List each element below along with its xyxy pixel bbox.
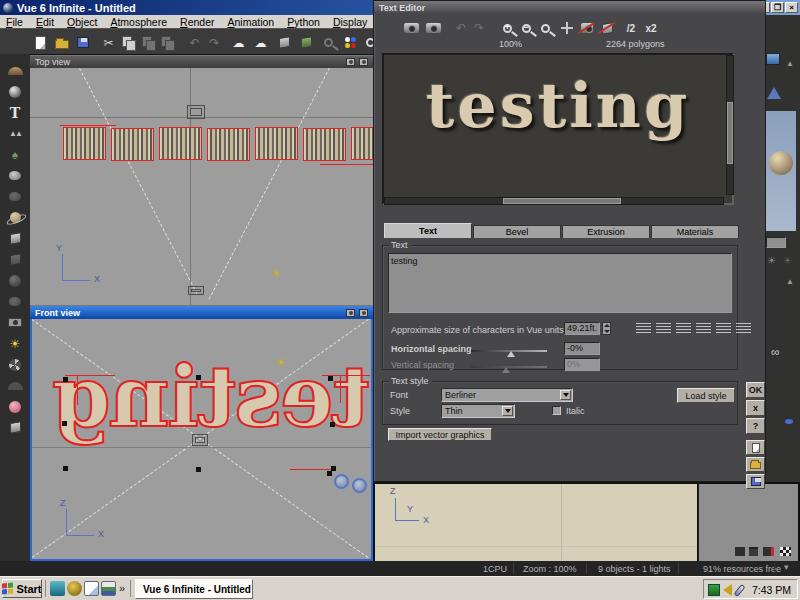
selection-center-box[interactable] — [187, 105, 205, 119]
style-dropdown[interactable]: Thin — [441, 404, 515, 418]
selection-handle[interactable] — [330, 422, 335, 427]
preview-vscrollbar[interactable] — [726, 55, 734, 195]
cancel-button[interactable]: x — [746, 400, 765, 416]
atmosphere-editor-icon[interactable] — [252, 34, 269, 51]
group-tool-icon[interactable] — [4, 270, 26, 291]
zoom-object-icon[interactable] — [536, 20, 554, 36]
copy-icon[interactable] — [120, 34, 137, 51]
quicklaunch-icon-2[interactable] — [67, 581, 82, 596]
link-chain-icon[interactable]: ∞ — [771, 345, 780, 359]
paste-into-icon[interactable] — [159, 34, 176, 51]
task-button-vue[interactable]: Vue 6 Infinite - Untitled — [135, 579, 253, 599]
network-tray-icon[interactable] — [708, 584, 720, 596]
trash-icon[interactable] — [749, 547, 758, 556]
text-letter-outline[interactable] — [63, 127, 106, 160]
quicklaunch-icon-4[interactable] — [101, 581, 116, 596]
clipboard-icon[interactable] — [735, 547, 745, 556]
align-justify-full-icon[interactable] — [736, 323, 751, 334]
zoom-in-icon[interactable]: + — [498, 20, 516, 36]
quicklaunch-icon-1[interactable] — [50, 581, 65, 596]
camera-tool-icon[interactable] — [4, 312, 26, 333]
menu-object[interactable]: Object — [67, 16, 97, 28]
text-preview-canvas[interactable]: testing — [382, 53, 734, 205]
grid-toggle-icon[interactable] — [780, 547, 791, 556]
mirrored-text-object[interactable]: testing — [30, 347, 373, 446]
selection-handle[interactable] — [196, 467, 201, 472]
tab-materials[interactable]: Materials — [651, 225, 739, 238]
collapse-arrow-icon[interactable] — [786, 59, 794, 68]
planet-tool-icon[interactable] — [4, 207, 26, 228]
viewport-zoom-icon[interactable] — [359, 309, 368, 317]
stylus-tray-icon[interactable] — [733, 584, 745, 597]
primitive-sphere-tool-icon[interactable] — [4, 81, 26, 102]
text-letter-outline[interactable] — [111, 128, 154, 161]
render-preview-icon[interactable] — [402, 20, 420, 36]
import-vector-graphics-button[interactable]: Import vector graphics — [388, 428, 492, 441]
text-letter-outline[interactable] — [207, 128, 250, 161]
align-center-icon[interactable] — [676, 323, 691, 334]
selection-handle[interactable] — [62, 421, 67, 426]
double-polygons-button[interactable]: x2 — [642, 20, 660, 36]
selection-handle[interactable] — [327, 471, 332, 476]
redo-icon[interactable] — [206, 34, 223, 51]
top-view-canvas[interactable]: Y X — [30, 68, 373, 305]
import-object-tool-icon[interactable] — [4, 228, 26, 249]
menu-display[interactable]: Display — [333, 16, 367, 28]
center-view-icon[interactable] — [558, 20, 576, 36]
front-view-canvas[interactable]: testing Z X — [30, 319, 373, 561]
camera-object[interactable] — [188, 286, 204, 295]
ok-button[interactable]: OK — [746, 382, 765, 398]
terrain-tool-icon[interactable] — [4, 60, 26, 81]
material-editor-icon[interactable] — [298, 34, 315, 51]
material-sphere-tool-icon[interactable] — [4, 396, 26, 417]
render-preview-options-icon[interactable] — [424, 20, 442, 36]
chevron-down-icon[interactable] — [560, 390, 571, 400]
align-right-icon[interactable] — [656, 323, 671, 334]
boolean-tool-icon[interactable] — [4, 291, 26, 312]
plant-tool-icon[interactable] — [4, 144, 26, 165]
menu-animation[interactable]: Animation — [227, 16, 274, 28]
status-dropdown-icon[interactable] — [784, 562, 789, 572]
align-left-icon[interactable] — [636, 323, 651, 334]
menu-edit[interactable]: Edit — [36, 16, 54, 28]
selection-center-box[interactable] — [192, 434, 208, 446]
italic-checkbox[interactable] — [552, 406, 561, 415]
panel-object-icon[interactable] — [766, 53, 780, 65]
dialog-undo-icon[interactable] — [452, 20, 470, 36]
horizontal-spacing-field[interactable]: -0% — [564, 342, 600, 355]
material-preview-thumbnail[interactable] — [766, 111, 796, 231]
menu-file[interactable]: File — [6, 16, 23, 28]
rotation-gizmo-icon[interactable] — [352, 478, 367, 493]
text-editor-titlebar[interactable]: Text Editor — [374, 1, 765, 14]
align-justify-left-icon[interactable] — [696, 323, 711, 334]
selection-handle[interactable] — [63, 466, 68, 471]
collapse-arrow-icon[interactable] — [786, 277, 794, 286]
start-button[interactable]: Start — [2, 579, 42, 598]
menu-atmosphere[interactable]: Atmosphere — [110, 16, 167, 28]
viewport-render-icon[interactable] — [346, 309, 355, 317]
restore-button[interactable]: ❐ — [771, 2, 784, 13]
halve-polygons-button[interactable]: /2 — [622, 20, 640, 36]
metablob-tool-icon[interactable] — [4, 249, 26, 270]
menu-render[interactable]: Render — [180, 16, 214, 28]
chevron-down-icon[interactable] — [502, 406, 513, 416]
text-letter-outline[interactable] — [255, 127, 298, 160]
panel-value-field[interactable] — [766, 237, 786, 248]
tab-bevel[interactable]: Bevel — [473, 225, 561, 238]
dialog-redo-icon[interactable] — [470, 20, 488, 36]
text-letter-outline[interactable] — [303, 128, 346, 161]
drop-object-tool-icon[interactable] — [4, 417, 26, 438]
mountain-tool-icon[interactable]: ▲▲ — [4, 123, 26, 144]
help-button[interactable]: ? — [746, 418, 765, 434]
font-dropdown[interactable]: Berliner — [441, 388, 573, 402]
rock-tool-icon[interactable] — [4, 165, 26, 186]
open-scene-icon[interactable] — [53, 34, 70, 51]
sun-light-object[interactable] — [270, 266, 282, 281]
load-style-button[interactable]: Load style — [677, 388, 735, 403]
horizontal-spacing-thumb[interactable] — [507, 351, 515, 357]
text-letter-outline[interactable] — [351, 127, 373, 160]
panel-light-icon[interactable] — [783, 255, 792, 266]
tab-text[interactable]: Text — [384, 223, 472, 238]
preview-hscrollbar[interactable] — [384, 197, 724, 205]
quicklaunch-overflow-icon[interactable] — [119, 582, 125, 594]
